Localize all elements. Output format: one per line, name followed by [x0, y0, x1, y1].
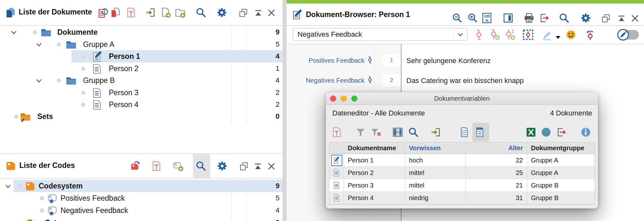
close-icon[interactable] — [267, 8, 276, 18]
code-row-negatives-feedback[interactable]: Negatives Feedback 4 — [0, 204, 283, 216]
dialog-titlebar[interactable]: Dokumentvariablen — [326, 92, 598, 105]
highlighter-icon[interactable] — [542, 29, 553, 40]
chevron-down-icon[interactable] — [35, 41, 43, 49]
close-icon[interactable] — [267, 161, 276, 171]
margin-code-label[interactable]: Negatives Feedback — [287, 77, 365, 84]
code-icon — [47, 205, 58, 216]
filter-code-icon[interactable] — [151, 161, 162, 171]
tree-row-person-4[interactable]: Person 4 2 — [0, 98, 283, 111]
import-icon[interactable] — [431, 127, 442, 138]
cell-dokumentname: Person 1 — [344, 154, 405, 166]
undock-icon[interactable] — [239, 8, 248, 18]
import-icon[interactable] — [146, 7, 156, 18]
cell-vorwissen: hoch — [405, 154, 466, 166]
document-count: 5 — [276, 38, 279, 51]
code-selector-value: Negatives Feedback — [298, 28, 362, 41]
export-icon[interactable] — [556, 127, 567, 138]
undock-icon[interactable] — [601, 14, 611, 23]
search-icon[interactable] — [408, 127, 419, 138]
codesystem-icon — [24, 181, 35, 192]
paragraph-text[interactable]: Das Catering war ein bisschen knapp — [406, 77, 524, 85]
refresh-codes-icon[interactable] — [130, 161, 141, 171]
list-view-icon[interactable] — [459, 127, 469, 138]
search-icon[interactable] — [559, 13, 570, 23]
info-icon[interactable] — [580, 127, 591, 138]
column-header[interactable]: Dokumentname — [344, 143, 405, 154]
code-row-positives-feedback[interactable]: Positives Feedback 5 — [0, 192, 283, 204]
paragraph-text[interactable]: Sehr gelungene Konferenz — [406, 57, 491, 65]
chevron-down-icon[interactable] — [4, 182, 12, 190]
gear-icon[interactable] — [217, 161, 228, 171]
tree-row-dokumente[interactable]: Dokumente 9 — [0, 26, 283, 38]
coding-stripe-icon[interactable] — [366, 76, 374, 83]
gear-icon[interactable] — [580, 13, 591, 23]
code-anchor-icon[interactable] — [473, 29, 484, 40]
undock-icon[interactable] — [239, 161, 249, 171]
search-icon[interactable] — [195, 161, 206, 171]
table-icon[interactable] — [392, 127, 403, 138]
cell-dokumentname: Person 4 — [344, 192, 405, 204]
export-icon[interactable] — [539, 13, 550, 23]
collapse-icon[interactable] — [253, 8, 263, 18]
row-icon-cell — [329, 154, 344, 166]
funnel-remove-icon[interactable] — [371, 127, 382, 138]
documents-panel: Liste der Dokumente — [0, 0, 283, 153]
zoom-in-icon[interactable] — [467, 13, 478, 23]
copy-documents-icon[interactable] — [110, 7, 121, 18]
tree-row-gruppe-b[interactable]: Gruppe B 4 — [0, 74, 283, 87]
code-row-codesystem[interactable]: Codesystem 9 — [0, 180, 283, 192]
tree-row-gruppe-a[interactable]: Gruppe A 5 — [0, 38, 283, 51]
new-document-group-icon[interactable] — [175, 7, 186, 18]
browser-toolbar: Negatives Feedback — [287, 26, 644, 44]
tree-row-sets[interactable]: Sets 0 — [0, 110, 283, 123]
tree-row-person-1[interactable]: Person 1 4 — [0, 50, 283, 62]
bullet-dot — [81, 54, 85, 59]
code-selection-icon[interactable] — [523, 29, 534, 40]
coding-stripe-icon[interactable] — [366, 56, 374, 63]
code-in-vivo-icon[interactable] — [505, 29, 516, 40]
chevron-down-icon[interactable] — [10, 28, 18, 37]
table-row[interactable]: Person 4 niedrig 31 Gruppe B — [329, 192, 595, 204]
tree-row-person-2[interactable]: Person 2 1 — [0, 62, 283, 75]
filter-document-icon[interactable] — [331, 127, 342, 138]
column-header[interactable]: Vorwissen — [405, 143, 466, 154]
refresh-documents-icon[interactable] — [97, 7, 108, 18]
column-header[interactable]: Dokumentgruppe — [527, 143, 595, 154]
table-row[interactable]: Person 3 mittel 21 Gruppe B — [329, 179, 595, 192]
document-count: 2 — [276, 98, 279, 111]
column-header[interactable]: Alter — [466, 143, 527, 154]
new-code-icon[interactable] — [173, 161, 184, 171]
table-row[interactable]: Person 1 hoch 22 Gruppe A — [329, 154, 595, 167]
data-editor-view-icon[interactable] — [474, 127, 485, 138]
zoom-100-icon[interactable]: 100% — [481, 13, 492, 23]
code-with-new-icon[interactable] — [489, 29, 500, 40]
collapse-icon[interactable] — [617, 14, 626, 23]
chevron-down-icon[interactable] — [35, 77, 43, 85]
zoom-out-icon[interactable] — [452, 13, 463, 23]
margin-code-label[interactable]: Positives Feedback — [287, 57, 365, 64]
funnel-icon[interactable] — [355, 127, 366, 138]
excel-icon[interactable] — [526, 127, 536, 138]
gear-icon[interactable] — [216, 7, 227, 18]
emoticode-icon[interactable] — [565, 29, 576, 40]
code-selector-dropdown[interactable]: Negatives Feedback — [293, 28, 468, 41]
edit-mode-toggle[interactable] — [618, 30, 639, 40]
new-document-icon[interactable] — [160, 7, 171, 18]
cell-vorwissen: mittel — [405, 179, 466, 191]
close-icon[interactable] — [630, 14, 640, 23]
code-item-label: Positives Feedback — [61, 192, 125, 204]
collapse-icon[interactable] — [253, 161, 263, 171]
tree-row-person-3[interactable]: Person 3 2 — [0, 87, 283, 99]
highlighter-dropdown-icon[interactable] — [554, 34, 562, 41]
code-row-sets[interactable]: Sets 0 — [0, 216, 283, 221]
print-icon[interactable] — [524, 13, 535, 23]
filter-document-icon[interactable] — [126, 7, 137, 18]
search-icon[interactable] — [195, 7, 206, 18]
table-row[interactable]: Person 2 mittel 25 Gruppe A — [329, 167, 595, 179]
table-header-row[interactable]: Dokumentname Vorwissen Alter Dokumentgru… — [329, 143, 595, 154]
dialog-title: Dokumentvariablen — [326, 92, 598, 105]
undo-code-icon[interactable] — [585, 29, 596, 40]
sidebar-icon[interactable] — [503, 13, 514, 23]
paragraph-number: 2 — [383, 74, 401, 87]
globe-icon[interactable] — [541, 127, 552, 138]
